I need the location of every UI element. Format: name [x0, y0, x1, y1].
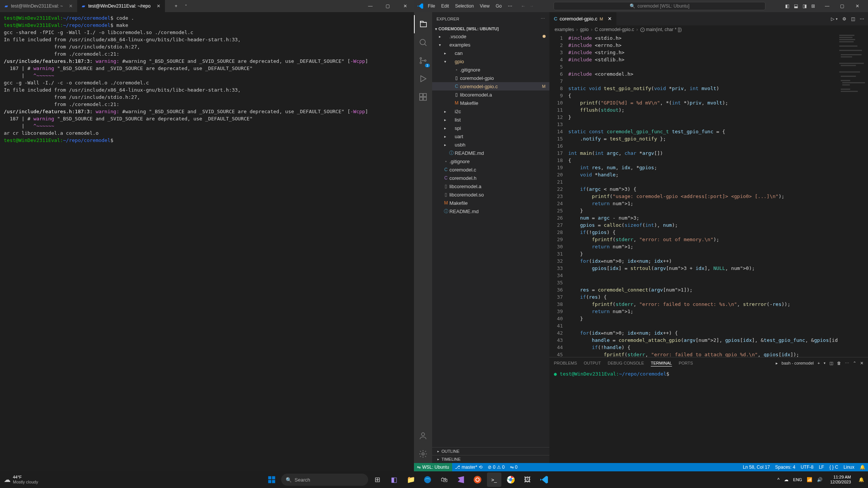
tree-item[interactable]: ▸list — [432, 115, 549, 124]
code-editor[interactable]: #include <stdio.h>#include <errno.h>#inc… — [568, 34, 838, 357]
menu-item[interactable]: Selection — [453, 2, 476, 10]
more-actions-icon[interactable]: ⋯ — [860, 16, 864, 22]
statusbar-item[interactable]: Spaces: 4 — [773, 465, 798, 470]
tree-item[interactable]: ▸.vscode — [432, 32, 549, 41]
tree-item[interactable]: Ccoremodel.h — [432, 174, 549, 182]
nav-forward-icon[interactable]: → — [529, 3, 534, 9]
menu-item[interactable]: ⋯ — [505, 2, 515, 10]
notification-icon[interactable]: 🔔 — [859, 477, 864, 482]
account-icon[interactable] — [414, 427, 432, 445]
breadcrumb-item[interactable]: ⨀ main(int, char * []) — [640, 27, 682, 32]
extensions-icon[interactable] — [414, 88, 432, 106]
close-button[interactable]: ✕ — [397, 0, 414, 12]
tree-item[interactable]: Ccoremodel.c — [432, 165, 549, 174]
tree-item[interactable]: MMakefile — [432, 99, 549, 107]
layout-bottom-icon[interactable]: ⬓ — [794, 3, 798, 9]
sync-icon[interactable]: ⟲ — [479, 465, 482, 470]
panel-more-icon[interactable]: ⋯ — [845, 360, 849, 366]
tree-item[interactable]: ▸spi — [432, 124, 549, 132]
layout-left-icon[interactable]: ◧ — [785, 3, 789, 9]
breadcrumbs[interactable]: examples›gpio›C coremodel-gpio.c›⨀ main(… — [549, 25, 868, 34]
statusbar-item[interactable]: LF — [816, 465, 827, 470]
panel-tab[interactable]: PORTS — [679, 360, 693, 366]
breadcrumb-item[interactable]: C coremodel-gpio.c — [595, 27, 634, 32]
tree-item[interactable]: ▯coremodel-gpio — [432, 74, 549, 82]
terminal-app-icon[interactable]: >_ — [487, 472, 501, 487]
layout-custom-icon[interactable]: ⊞ — [811, 3, 815, 9]
menu-item[interactable]: View — [477, 2, 492, 10]
vs-icon[interactable] — [454, 472, 468, 487]
tree-item[interactable]: ▯libcoremodel.so — [432, 190, 549, 199]
search-activity-icon[interactable] — [414, 33, 432, 51]
panel-tab[interactable]: DEBUG CONSOLE — [608, 360, 644, 366]
vscode-app-icon[interactable] — [537, 472, 551, 487]
clip-icon[interactable]: ◧ — [387, 472, 401, 487]
vscode-titlebar[interactable]: FileEditSelectionViewGo⋯ ← → 🔍coremodel … — [414, 0, 868, 12]
remote-indicator[interactable]: ⇋ WSL: Ubuntu — [414, 463, 452, 471]
breadcrumb-item[interactable]: examples — [555, 27, 574, 32]
minimize-button[interactable]: — — [362, 0, 379, 12]
wifi-icon[interactable]: 📶 — [807, 477, 812, 482]
settings-action-icon[interactable]: ⚙ — [842, 16, 846, 22]
run-debug-icon[interactable] — [414, 70, 432, 88]
tree-item[interactable]: ▸can — [432, 49, 549, 57]
vsc-minimize-button[interactable]: — — [820, 3, 835, 9]
statusbar-item[interactable]: 🔔 — [857, 465, 868, 470]
run-dropdown-icon[interactable]: ▾ — [836, 17, 838, 21]
photos-icon[interactable]: 🖼 — [520, 472, 535, 487]
tree-item[interactable]: ▯libcoremodel.a — [432, 90, 549, 99]
tree-item[interactable]: ⓘREADME.md — [432, 149, 549, 157]
menu-item[interactable]: Edit — [439, 2, 452, 10]
volume-icon[interactable]: 🔊 — [817, 477, 823, 482]
new-tab-button[interactable]: + — [171, 3, 181, 9]
store-icon[interactable]: 🛍 — [437, 472, 451, 487]
terminal-tab[interactable]: ▰test@WinDev2311Eval: ~✕ — [0, 0, 77, 12]
statusbar-item[interactable]: UTF-8 — [798, 465, 816, 470]
tree-item[interactable]: ▸usbh — [432, 140, 549, 149]
problems-indicator[interactable]: ⊘ 0 ⚠ 0 — [485, 465, 507, 470]
panel-tab[interactable]: OUTPUT — [584, 360, 601, 366]
explorer-app-icon[interactable]: 📁 — [404, 472, 418, 487]
nav-back-icon[interactable]: ← — [521, 3, 526, 9]
chrome-icon[interactable] — [504, 472, 518, 487]
menu-item[interactable]: File — [425, 2, 438, 10]
tree-item[interactable]: ▾gpio — [432, 57, 549, 65]
source-control-icon[interactable]: 3 — [414, 51, 432, 70]
kill-terminal-icon[interactable]: 🗑 — [837, 360, 841, 366]
tree-item[interactable]: ◦.gitignore — [432, 157, 549, 165]
close-tab-icon[interactable]: ✕ — [69, 3, 73, 9]
task-view-icon[interactable]: ⊞ — [370, 472, 385, 487]
panel-tab[interactable]: TERMINAL — [651, 360, 672, 366]
maximize-panel-icon[interactable]: ⌃ — [853, 360, 856, 366]
tab-dropdown-button[interactable]: ˅ — [181, 4, 191, 8]
maximize-button[interactable]: ▢ — [379, 0, 397, 12]
tree-item[interactable]: Ccoremodel-gpio.cM — [432, 82, 549, 90]
weather-widget[interactable]: 44°F Mostly cloudy — [13, 475, 38, 485]
statusbar-item[interactable]: Linux — [841, 465, 857, 470]
clock[interactable]: 11:29 AM 12/20/2023 — [830, 475, 851, 485]
terminal-tab[interactable]: ▰test@WinDev2311Eval: ~/repo✕ — [77, 0, 165, 12]
integrated-terminal[interactable]: ● test@WinDev2311Eval:~/repo/coremodel$ — [549, 369, 868, 463]
tree-item[interactable]: ▾examples — [432, 41, 549, 49]
close-tab-icon[interactable]: ✕ — [608, 16, 612, 22]
taskbar-search[interactable]: 🔍Search — [281, 474, 368, 486]
edge-icon[interactable] — [420, 472, 435, 487]
split-terminal-icon[interactable]: ◫ — [829, 360, 833, 366]
tree-item[interactable]: ▯libcoremodel.a — [432, 182, 549, 190]
onedrive-icon[interactable]: ☁ — [784, 477, 789, 482]
tree-item[interactable]: ▸uart — [432, 132, 549, 140]
vsc-close-button[interactable]: ✕ — [850, 3, 865, 9]
branch-indicator[interactable]: ⎇ master* ⟲ — [452, 465, 485, 470]
workspace-root[interactable]: ▾ COREMODEL [WSL: UBUNTU] — [432, 25, 549, 32]
explorer-more-icon[interactable]: ⋯ — [541, 16, 545, 21]
timeline-section[interactable]: ▸TIMELINE — [432, 455, 549, 463]
language-icon[interactable]: ENG — [793, 477, 802, 482]
editor-tab[interactable]: C coremodel-gpio.c M ✕ — [549, 12, 616, 25]
layout-right-icon[interactable]: ◨ — [803, 3, 807, 9]
command-center[interactable]: 🔍coremodel [WSL: Ubuntu] — [554, 2, 765, 10]
tree-item[interactable]: ⓘREADME.md — [432, 207, 549, 215]
statusbar-item[interactable]: Ln 58, Col 17 — [740, 465, 772, 470]
tree-item[interactable]: ◦.gitignore — [432, 65, 549, 74]
explorer-icon[interactable] — [414, 15, 432, 33]
terminal-body[interactable]: test@WinDev2311Eval:~/repo/coremodel$ co… — [0, 12, 414, 471]
